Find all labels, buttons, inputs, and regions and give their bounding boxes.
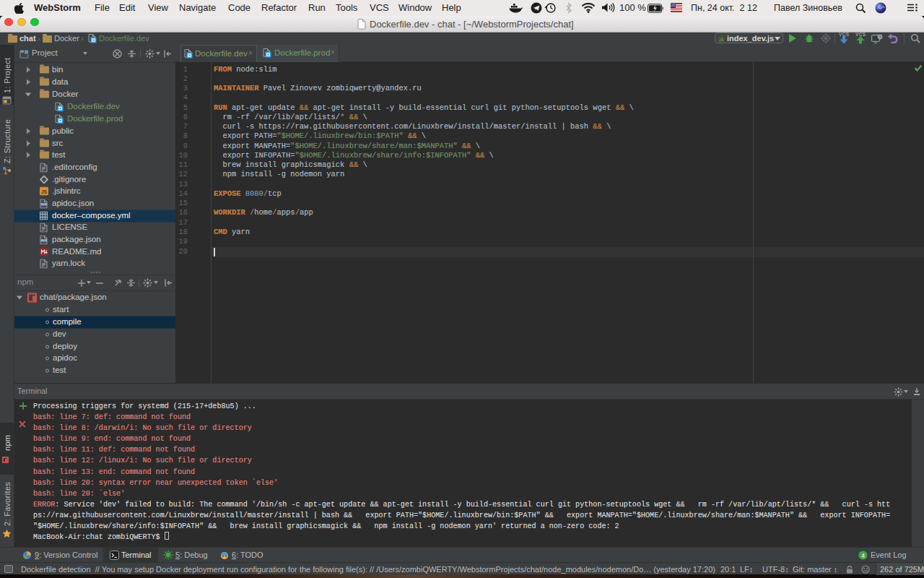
svg-text:JS: JS bbox=[718, 37, 723, 41]
svg-text:4: 4 bbox=[861, 552, 865, 559]
svg-text:JSON: JSON bbox=[40, 239, 47, 242]
svg-text:JSON: JSON bbox=[40, 203, 47, 206]
svg-text:JS: JS bbox=[41, 189, 48, 194]
